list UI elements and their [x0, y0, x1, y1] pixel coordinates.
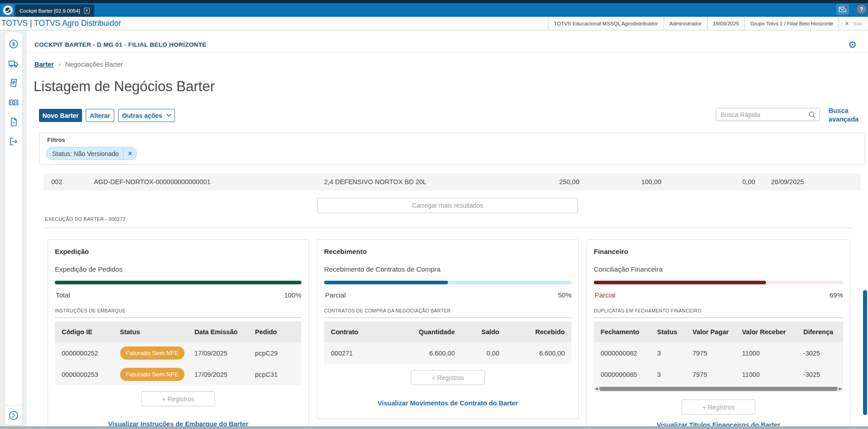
header-cell: Saldo [455, 328, 499, 336]
result-cell: 100,00 [579, 178, 661, 185]
cell: 0000000082 [601, 350, 657, 357]
session-bar: TOTVS Educacional MSSQL Agrodistribuidor… [548, 17, 868, 30]
cell: -3025 [803, 371, 836, 378]
close-icon[interactable]: ✕ [84, 8, 90, 14]
header-cell: Diferença [803, 328, 836, 336]
scroll-right-icon[interactable]: ▶ [838, 386, 843, 392]
outras-acoes-label: Outras ações [122, 112, 162, 119]
vertical-scrollbar-thumb[interactable] [863, 290, 867, 415]
dollar-circle-icon[interactable]: $ [8, 39, 19, 49]
app-bar: Cockpit Barter [02.9.0054] ✕ ? [0, 3, 868, 17]
filters-label: Filtros [47, 136, 65, 143]
table-header-row: ContratoQuantidadeSaldoRecebido [324, 322, 572, 342]
chevron-right-circle-icon[interactable] [8, 410, 19, 421]
progress-caption: Total 100% [56, 291, 301, 299]
search-icon[interactable] [808, 111, 816, 121]
cell: 6.600,00 [408, 350, 455, 357]
table-row[interactable]: 0002716.600,000,006.600,00 [324, 342, 572, 364]
table-row[interactable]: 0000000252Faturado Sem NFE17/09/2025pcpC… [55, 342, 301, 364]
brand-bar: TOTVS | TOTVS Agro Distribuidor TOTVS Ed… [0, 17, 868, 30]
novo-barter-button[interactable]: Novo Barter [39, 109, 82, 122]
header-cell: Status [657, 328, 693, 336]
mail-icon[interactable] [836, 4, 849, 15]
svg-text:$: $ [12, 41, 15, 47]
session-info: TOTVS Educacional MSSQL Agrodistribuidor [548, 17, 664, 30]
progress-label: Parcial [325, 291, 346, 299]
outras-acoes-button[interactable]: Outras ações [118, 109, 175, 122]
cell: 17/09/2025 [194, 371, 255, 378]
logout-label: Sair [853, 21, 863, 26]
breadcrumb-link-barter[interactable]: Barter [34, 61, 54, 68]
chevron-down-icon [166, 114, 171, 117]
card-section-label: CONTRATOS DE COMPRA DA NEGOCIAÇÃO BARTER [324, 308, 572, 318]
alterar-button[interactable]: Alterar [86, 109, 114, 122]
section-divider [44, 228, 853, 228]
progress-value: 100% [284, 291, 301, 299]
help-icon[interactable]: ? [857, 5, 866, 14]
totvs-logo [2, 4, 14, 16]
result-table-row[interactable]: 002AGD-DEF-NORTOX-0000000000000012,4 DEF… [44, 173, 861, 190]
totvs-logo-icon [3, 5, 13, 15]
header-cell: Contrato [331, 328, 408, 336]
registros-button[interactable]: + Registros [411, 370, 485, 385]
card-subtitle: Recebimento de Contratos de Compra [324, 265, 441, 273]
header-cell: Código IE [62, 328, 120, 336]
program-title: COCKPIT BARTER - D MG 01 - FILIAL BELO H… [34, 41, 206, 48]
brand-text: TOTVS | TOTVS Agro Distribuidor [1, 19, 121, 28]
card-title: Financeiro [594, 248, 628, 255]
bottom-scrollbar-track[interactable] [0, 426, 868, 429]
page-icon[interactable] [8, 117, 19, 127]
app-tab-label: Cockpit Barter [02.9.0054] [19, 8, 80, 14]
cell: 0000000085 [601, 371, 657, 378]
load-more-button[interactable]: Carregar mais resultados [317, 198, 578, 213]
progress-label: Total [56, 291, 70, 299]
session-info: Administrador [664, 17, 707, 30]
result-cell: 2,4 DEFENSIVO NORTOX BD 20L [324, 178, 483, 185]
progress-caption: Parcial 50% [325, 291, 572, 299]
progress-fill [594, 281, 766, 284]
scroll-left-icon[interactable]: ◀ [594, 386, 599, 392]
cell: 3 [657, 371, 693, 378]
filter-chip-status[interactable]: Status: Não Versionado ✕ [46, 147, 137, 160]
close-icon[interactable]: ✕ [124, 150, 136, 157]
app-tab[interactable]: Cockpit Barter [02.9.0054] ✕ [15, 5, 94, 17]
registros-button[interactable]: + Registros [682, 400, 756, 414]
progress-bar [594, 281, 843, 284]
cell: 7975 [693, 371, 742, 378]
visualizar-movimentos-link[interactable]: Visualizar Movimentos de Contrato do Bar… [317, 400, 578, 407]
content-header: COCKPIT BARTER - D MG 01 - FILIAL BELO H… [26, 30, 868, 53]
table-row[interactable]: 0000000253Faturado Sem NFE17/09/2025pcpC… [55, 364, 301, 385]
logout-icon[interactable] [8, 136, 19, 147]
document-icon[interactable] [8, 78, 19, 88]
progress-bar [55, 281, 301, 284]
registros-button[interactable]: + Registros [141, 391, 215, 406]
cell: Faturado Sem NFE [120, 346, 194, 360]
logout-button[interactable]: ✕Sair [839, 17, 868, 30]
gear-icon[interactable]: ⚙ [848, 40, 857, 50]
search-input[interactable] [716, 108, 805, 121]
cell: pcpC29 [255, 350, 295, 357]
quick-search [716, 108, 820, 121]
truck-icon[interactable] [8, 58, 19, 69]
cell: 000271 [331, 350, 408, 357]
cell: 6.600,00 [499, 350, 564, 357]
card-financeiro: Financeiro Conciliação Financeira Parcia… [587, 239, 850, 429]
logout-x-icon[interactable]: ✕ [844, 20, 849, 27]
card-section-label: DUPLICATAS EM FECHAMENTO FINANCEIRO [594, 308, 843, 318]
cell: 7975 [693, 350, 742, 357]
card-subtitle: Conciliação Financeira [594, 265, 663, 273]
banknote-icon[interactable] [8, 97, 19, 108]
status-badge: Faturado Sem NFE [120, 346, 184, 360]
progress-fill [324, 281, 448, 284]
cell: -3025 [803, 350, 836, 357]
result-cell: 26/09/2025 [755, 178, 861, 185]
busca-avancada-link[interactable]: Busca avançada [829, 107, 860, 124]
sidebar: $ [5, 32, 23, 425]
header-cell: Status [120, 328, 194, 336]
table-row[interactable]: 00000000853797511000-3025 [594, 364, 843, 385]
table-row[interactable]: 00000000823797511000-3025 [594, 342, 843, 364]
header-cell: Pedido [255, 328, 295, 336]
chevron-right-icon: › [58, 60, 61, 68]
scrollbar-thumb[interactable] [599, 387, 838, 391]
table-header-row: FechamentoStatusValor PagarValor Receber… [594, 322, 843, 342]
